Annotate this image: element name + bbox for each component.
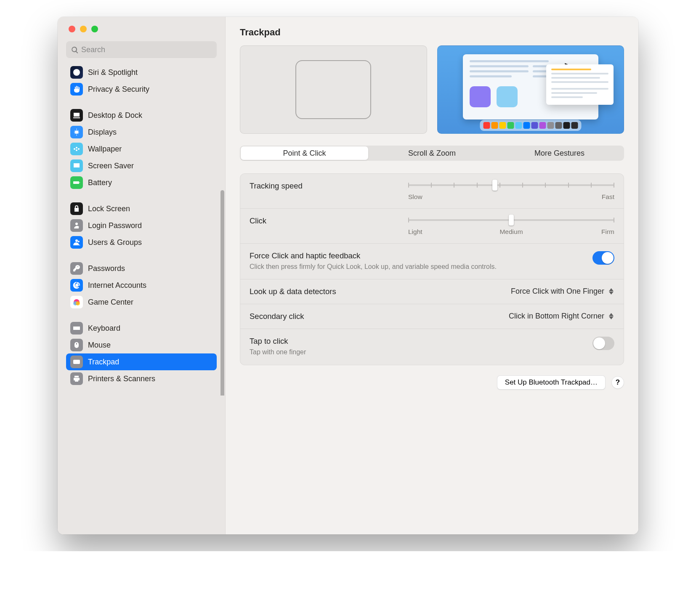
keyboard-icon — [70, 322, 83, 335]
close-button[interactable] — [69, 26, 75, 32]
slider-thumb[interactable] — [492, 180, 497, 191]
sidebar-item-keyboard[interactable]: Keyboard — [66, 320, 217, 337]
tap-to-click-label: Tap to click — [250, 337, 306, 346]
sidebar-item-label: Battery — [88, 178, 112, 187]
main-panel: Trackpad — [226, 17, 638, 534]
siri-icon — [70, 66, 83, 79]
tracking-speed-slider[interactable] — [408, 181, 614, 190]
dock-app-icon — [499, 122, 506, 129]
sidebar: Siri & SpotlightPrivacy & SecurityDeskto… — [58, 17, 226, 534]
sidebar-item-trackpad[interactable]: Trackpad — [66, 353, 217, 370]
search-input[interactable] — [81, 45, 213, 54]
screensaver-icon — [70, 159, 83, 172]
trackpad-icon — [70, 356, 83, 368]
mouse-icon — [70, 339, 83, 351]
hand-icon — [70, 83, 83, 96]
sidebar-item-mouse[interactable]: Mouse — [66, 337, 217, 353]
at-icon — [70, 279, 83, 292]
dock-app-icon — [555, 122, 562, 129]
sidebar-item-lock-screen[interactable]: Lock Screen — [66, 200, 217, 217]
tab-point-click[interactable]: Point & Click — [241, 146, 368, 160]
sidebar-item-label: Login Password — [88, 221, 142, 230]
dock-app-icon — [483, 122, 490, 129]
force-click-sub: Click then press firmly for Quick Look, … — [250, 262, 497, 271]
slider-low: Slow — [408, 193, 422, 201]
sidebar-item-users-groups[interactable]: Users & Groups — [66, 234, 217, 251]
settings-window: Siri & SpotlightPrivacy & SecurityDeskto… — [58, 17, 638, 534]
sidebar-item-label: Internet Accounts — [88, 281, 146, 290]
sidebar-item-screen-saver[interactable]: Screen Saver — [66, 157, 217, 174]
tab-more-gestures[interactable]: More Gestures — [496, 146, 623, 160]
tab-bar: Point & ClickScroll & ZoomMore Gestures — [240, 146, 624, 161]
sidebar-item-label: Keyboard — [88, 324, 120, 333]
sidebar-nav: Siri & SpotlightPrivacy & SecurityDeskto… — [58, 64, 225, 396]
printer-icon — [70, 372, 83, 385]
window-controls — [58, 17, 225, 41]
sidebar-item-label: Desktop & Dock — [88, 111, 142, 120]
settings-list: Tracking speed Slow Fast Click — [240, 173, 624, 365]
dock-app-icon — [515, 122, 522, 129]
mock-popup — [546, 64, 614, 105]
click-label: Click — [250, 216, 266, 226]
row-tracking-speed: Tracking speed Slow Fast — [240, 174, 624, 209]
scrollbar-thumb[interactable] — [220, 190, 224, 396]
secondary-click-label: Secondary click — [250, 312, 304, 321]
sidebar-item-label: Privacy & Security — [88, 85, 149, 94]
key-icon — [70, 262, 83, 275]
trackpad-outline-icon — [295, 60, 371, 119]
slider-low: Light — [408, 228, 422, 236]
sidebar-item-wallpaper[interactable]: Wallpaper — [66, 141, 217, 157]
sidebar-item-label: Trackpad — [88, 358, 119, 366]
gesture-preview — [437, 45, 624, 134]
popup-value: Click in Bottom Right Corner — [509, 312, 604, 321]
preview-row — [240, 45, 624, 134]
tab-scroll-zoom[interactable]: Scroll & Zoom — [368, 146, 496, 160]
users-icon — [70, 236, 83, 249]
slider-thumb[interactable] — [509, 215, 514, 226]
sidebar-item-privacy-security[interactable]: Privacy & Security — [66, 81, 217, 98]
footer: Set Up Bluetooth Trackpad… ? — [240, 375, 624, 390]
minimize-button[interactable] — [80, 26, 87, 32]
slider-high: Fast — [602, 193, 614, 201]
sidebar-item-displays[interactable]: Displays — [66, 124, 217, 141]
dock-app-icon — [563, 122, 570, 129]
setup-bluetooth-button[interactable]: Set Up Bluetooth Trackpad… — [497, 375, 606, 390]
sidebar-item-printers-scanners[interactable]: Printers & Scanners — [66, 370, 217, 387]
sidebar-item-passwords[interactable]: Passwords — [66, 260, 217, 277]
person-lock-icon — [70, 219, 83, 232]
click-slider[interactable] — [408, 215, 614, 225]
help-button[interactable]: ? — [611, 376, 624, 389]
fullscreen-button[interactable] — [91, 26, 98, 32]
desktop-icon — [70, 109, 83, 122]
search-field[interactable] — [66, 41, 217, 58]
sidebar-item-game-center[interactable]: Game Center — [66, 294, 217, 311]
sidebar-item-desktop-dock[interactable]: Desktop & Dock — [66, 107, 217, 124]
row-lookup: Look up & data detectors Force Click wit… — [240, 279, 624, 304]
sidebar-item-internet-accounts[interactable]: Internet Accounts — [66, 277, 217, 294]
secondary-click-popup[interactable]: Click in Bottom Right Corner — [509, 312, 614, 321]
dock-app-icon — [531, 122, 538, 129]
dock-app-icon — [547, 122, 554, 129]
mock-dock — [480, 120, 581, 131]
chevron-updown-icon — [608, 287, 614, 296]
sidebar-item-label: Lock Screen — [88, 204, 130, 213]
gamecenter-icon — [70, 296, 83, 308]
row-tap-to-click: Tap to click Tap with one finger — [240, 329, 624, 364]
tap-to-click-toggle[interactable] — [592, 337, 614, 350]
dock-app-icon — [491, 122, 498, 129]
row-click: Click Light Medium Firm — [240, 209, 624, 244]
lookup-label: Look up & data detectors — [250, 287, 336, 296]
force-click-toggle[interactable] — [592, 251, 614, 265]
sidebar-item-label: Users & Groups — [88, 238, 142, 247]
slider-high: Firm — [601, 228, 614, 236]
sidebar-item-label: Game Center — [88, 298, 133, 307]
sidebar-item-battery[interactable]: Battery — [66, 174, 217, 191]
lookup-popup[interactable]: Force Click with One Finger — [511, 287, 614, 296]
tracking-speed-label: Tracking speed — [250, 181, 303, 191]
lock-icon — [70, 202, 83, 215]
slider-mid: Medium — [499, 228, 523, 236]
tap-to-click-sub: Tap with one finger — [250, 348, 306, 357]
sidebar-item-siri-spotlight[interactable]: Siri & Spotlight — [66, 64, 217, 81]
sidebar-item-login-password[interactable]: Login Password — [66, 217, 217, 234]
brightness-icon — [70, 126, 83, 138]
